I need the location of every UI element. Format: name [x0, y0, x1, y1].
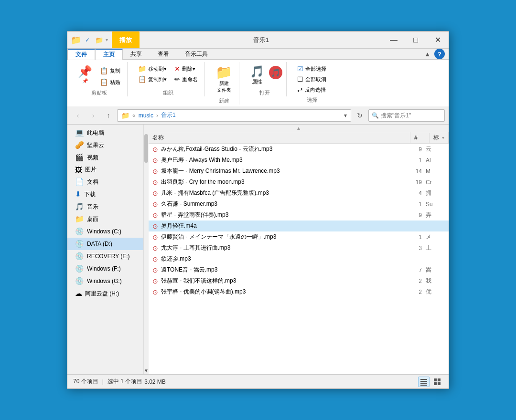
- sidebar-item-desktop[interactable]: 📁 桌面: [67, 213, 143, 225]
- sidebar-item-video[interactable]: 🎬 视频: [67, 151, 143, 164]
- tab-file[interactable]: 文件: [67, 49, 95, 60]
- table-row[interactable]: ⊙ 欲还乡.mp3: [149, 253, 449, 264]
- paste-button[interactable]: 📋 粘贴: [97, 77, 123, 87]
- table-row[interactable]: ⊙ 几米 - 拥有Masbfca (广告配乐完整版).mp3 4 拥: [149, 188, 449, 199]
- organize-col1: 📁 移动到▾ 📋 复制到▾: [135, 64, 170, 84]
- close-button[interactable]: ✕: [427, 32, 449, 48]
- sidebar-item-drive-f[interactable]: 💿 Windows (F:): [67, 262, 143, 275]
- invert-select-button[interactable]: ⇄ 反向选择: [294, 85, 329, 94]
- drive-f-icon: 💿: [75, 264, 84, 273]
- address-dropdown-icon[interactable]: ▾: [344, 112, 347, 119]
- detail-view-button[interactable]: [418, 377, 430, 387]
- qat-checkmark[interactable]: ✓: [83, 35, 92, 45]
- col-header-tag[interactable]: 标 ▾: [430, 132, 449, 143]
- ribbon-tabs-row: 文件 主页 共享 查看 音乐工具 ▲ ?: [67, 49, 449, 60]
- large-icon-view-button[interactable]: [431, 377, 443, 387]
- sidebar-item-drive-c[interactable]: 💿 Windows (C:): [67, 225, 143, 238]
- table-row[interactable]: ⊙ 尤大淳 - 土耳其进行曲.mp3 3 土: [149, 242, 449, 253]
- back-button[interactable]: ‹: [71, 109, 85, 122]
- help-button[interactable]: ?: [434, 49, 445, 59]
- open-buttons: 🎵 属性 🎵: [247, 62, 282, 87]
- pin-icon: 📌: [78, 66, 92, 77]
- sidebar-item-pictures[interactable]: 🖼 图片: [67, 164, 143, 176]
- tab-share[interactable]: 共享: [123, 49, 150, 59]
- table-row[interactable]: ⊙ 出羽良彰 - Cry for the moon.mp3 19 Cr: [149, 177, 449, 188]
- table-row[interactable]: ⊙ 坂本龍一 - Merry Christmas Mr. Lawrence.mp…: [149, 166, 449, 177]
- file-tag: メ: [426, 233, 445, 241]
- sidebar-item-docs[interactable]: 📄 文档: [67, 176, 143, 188]
- file-name: 奥户巴寿 - Always With Me.mp3: [161, 156, 407, 164]
- table-row[interactable]: ⊙ 群星 - 弄堂雨夜(伴奏).mp3 9 弄: [149, 210, 449, 220]
- sidebar-item-this-pc[interactable]: 💻 此电脑: [67, 126, 143, 139]
- delete-button[interactable]: ✕ 删除▾: [172, 64, 201, 74]
- table-row[interactable]: ⊙ 伊藤賢治 - メインテーマ「永遠の一瞬」.mp3 1 メ: [149, 231, 449, 242]
- table-row[interactable]: ⊙ 奥户巴寿 - Always With Me.mp3 1 Al: [149, 155, 449, 166]
- properties-button[interactable]: 🎵 属性: [247, 64, 267, 87]
- copy-to-button[interactable]: 📋 复制到▾: [135, 74, 170, 84]
- address-path[interactable]: 📁 « music › 音乐1 ▾: [117, 109, 351, 122]
- minimize-button[interactable]: —: [383, 32, 405, 48]
- search-box[interactable]: 🔍: [368, 109, 445, 122]
- drive-g-icon: 💿: [75, 277, 84, 285]
- ribbon-group-clipboard: 📌 📌 📋 复制 📋 粘贴 剪贴板: [71, 62, 128, 96]
- sidebar-item-drive-g[interactable]: 💿 Windows (G:): [67, 275, 143, 287]
- sidebar-item-downloads[interactable]: ⬇ 下载: [67, 188, 143, 200]
- tab-view[interactable]: 查看: [150, 49, 177, 59]
- table-row[interactable]: ⊙ 张赫宣 - 我们不该这样的.mp3 2 我: [149, 275, 449, 286]
- table-row[interactable]: ⊙ 遠TONE音 - 嵩云.mp3 7 嵩: [149, 264, 449, 275]
- table-row[interactable]: ⊙ 岁月轻狂.m4a: [149, 220, 449, 231]
- select-buttons: ☑ 全部选择 ☐ 全部取消 ⇄ 反向选择: [294, 62, 329, 94]
- title-tab-playback[interactable]: 播放: [112, 32, 140, 48]
- table-row[interactable]: ⊙ 久石谦 - Summer.mp3 1 Su: [149, 199, 449, 210]
- table-row[interactable]: ⊙ 张宇桦 - 优美的小调(钢琴曲).mp3 2 优: [149, 286, 449, 297]
- qat-folder2[interactable]: 📁: [94, 35, 104, 45]
- forward-button[interactable]: ›: [86, 109, 100, 122]
- sidebar-item-aliyun[interactable]: ☁ 阿里云盘 (H:): [67, 287, 143, 300]
- up-button[interactable]: ↑: [102, 109, 115, 122]
- ribbon-content: 📌 📌 📋 复制 📋 粘贴 剪贴板: [67, 60, 449, 106]
- sidebar-scrollbar-track: ▼: [144, 125, 149, 374]
- tab-home[interactable]: 主页: [95, 49, 123, 60]
- file-music-icon: ⊙: [152, 178, 158, 186]
- move-to-button[interactable]: 📁 移动到▾: [135, 64, 170, 74]
- ribbon-tab-strip: 文件 主页 共享 查看 音乐工具: [67, 49, 216, 59]
- col-tag-dropdown[interactable]: ▾: [442, 135, 444, 140]
- sidebar-scrollbar-thumb[interactable]: [144, 134, 148, 163]
- select-all-button[interactable]: ☑ 全部选择: [294, 64, 329, 74]
- table-row[interactable]: ⊙ みかん粒,Foxtail-Grass Studio - 云流れ.mp3 9 …: [149, 144, 449, 155]
- file-music-icon: ⊙: [152, 255, 158, 263]
- new-label: 新建: [219, 97, 229, 105]
- sidebar-scroll-down[interactable]: ▼: [144, 368, 149, 373]
- select-none-button[interactable]: ☐ 全部取消: [294, 74, 329, 84]
- copy-button[interactable]: 📋 复制: [97, 66, 123, 75]
- col-header-name[interactable]: 名称: [149, 132, 410, 143]
- move-to-label: 移动到▾: [148, 65, 167, 73]
- tab-music-tools[interactable]: 音乐工具: [177, 49, 216, 59]
- maximize-button[interactable]: □: [405, 32, 427, 48]
- sort-up-indicator: ▲: [296, 126, 301, 131]
- svg-rect-7: [438, 382, 441, 385]
- file-num: 4: [407, 190, 426, 197]
- sidebar-item-drive-e[interactable]: 💿 RECOVERY (E:): [67, 250, 143, 262]
- svg-rect-2: [420, 383, 427, 384]
- refresh-button[interactable]: ↻: [353, 109, 366, 122]
- col-header-num[interactable]: #: [410, 133, 430, 143]
- status-bar: 70 个项目 | 选中 1 个项目 3.02 MB: [67, 374, 449, 388]
- file-tag: 拥: [426, 189, 445, 197]
- file-tag: Su: [426, 201, 445, 208]
- invert-icon: ⇄: [297, 86, 303, 94]
- rename-button[interactable]: ✏ 重命名: [172, 74, 201, 84]
- invert-label: 反向选择: [305, 86, 326, 94]
- qat-dropdown[interactable]: ▾: [106, 37, 108, 42]
- sidebar-item-drive-d[interactable]: 💿 DATA (D:): [67, 238, 143, 250]
- svg-rect-4: [434, 378, 437, 381]
- open-icon-cd[interactable]: 🎵: [269, 66, 282, 79]
- pin-button[interactable]: 📌 📌: [75, 64, 95, 85]
- sidebar-item-music[interactable]: 🎵 音乐: [67, 200, 143, 213]
- new-folder-button[interactable]: 📁 新建文件夹: [213, 64, 235, 95]
- breadcrumb-music[interactable]: music: [139, 112, 153, 119]
- sidebar-item-nutcloud[interactable]: 🥜 坚果云: [67, 139, 143, 151]
- ribbon-collapse-btn[interactable]: ▲: [424, 51, 430, 58]
- search-input[interactable]: [381, 112, 452, 119]
- breadcrumb-music1[interactable]: 音乐1: [161, 111, 176, 119]
